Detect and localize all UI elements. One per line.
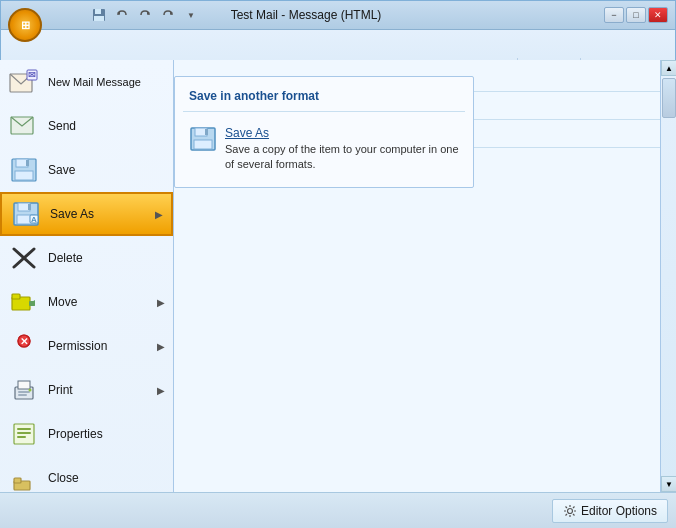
close-icon [8,462,40,494]
svg-text:A: A [31,215,37,224]
gear-icon [563,504,577,518]
minimize-btn[interactable]: − [604,7,624,23]
svg-rect-3 [95,9,101,14]
menu-overlay: ✉ New Mail Message Send [0,30,676,528]
svg-rect-41 [17,436,26,438]
save-quick-btn[interactable] [88,4,110,26]
svg-rect-29 [29,301,35,306]
permission-icon: ✕ [8,330,40,362]
properties-icon [8,418,40,450]
menu-item-save-as[interactable]: A Save As ▶ [0,192,173,236]
permission-arrow: ▶ [157,341,165,352]
quick-access-toolbar: ▼ [48,0,202,30]
svg-rect-46 [194,140,212,149]
send-icon [8,110,40,142]
main-container: ? ABC ✓ Spelling ▾ Proofing [0,30,676,528]
save-as-content: Save As Save a copy of the item to your … [225,126,459,173]
permission-label: Permission [48,339,157,353]
send-label: Send [48,119,165,133]
svg-rect-22 [28,204,31,210]
editor-options-label: Editor Options [581,504,657,518]
redo-btn[interactable] [134,4,156,26]
submenu-title: Save in another format [183,85,465,112]
svg-point-37 [29,389,32,392]
svg-text:✉: ✉ [28,70,36,80]
close-label: Close [48,471,165,485]
properties-label: Properties [48,427,165,441]
save-as-title: Save As [225,126,459,140]
svg-rect-18 [26,160,29,166]
save-label: Save [48,163,165,177]
menu-item-send[interactable]: Send [0,104,173,148]
svg-rect-28 [12,294,20,299]
status-bar: Editor Options [0,492,676,528]
delete-label: Delete [48,251,165,265]
svg-rect-43 [14,478,21,483]
menu-item-save[interactable]: Save [0,148,173,192]
menu-item-properties[interactable]: Properties [0,412,173,456]
svg-rect-40 [17,432,31,434]
save-as-description: Save a copy of the item to your computer… [225,142,459,173]
save-icon [8,154,40,186]
svg-rect-4 [94,16,104,21]
menu-item-permission[interactable]: ✕ Permission ▶ [0,324,173,368]
menu-item-delete[interactable]: Delete [0,236,173,280]
print-arrow: ▶ [157,385,165,396]
menu-item-print[interactable]: Print ▶ [0,368,173,412]
submenu-save-as[interactable]: Save As Save a copy of the item to your … [183,120,465,179]
svg-rect-17 [15,171,33,180]
maximize-btn[interactable]: □ [626,7,646,23]
menu-item-new-mail[interactable]: ✉ New Mail Message [0,60,173,104]
move-icon [8,286,40,318]
svg-rect-36 [18,381,30,389]
editor-options-btn[interactable]: Editor Options [552,499,668,523]
save-as-icon: A [10,198,42,230]
svg-rect-47 [205,129,208,135]
save-as-label: Save As [50,207,155,221]
window-controls: − □ ✕ [604,7,668,23]
close-btn[interactable]: ✕ [648,7,668,23]
scroll-thumb[interactable] [662,78,676,118]
svg-text:✕: ✕ [20,336,28,347]
print-icon [8,374,40,406]
delete-icon [8,242,40,274]
undo-btn[interactable] [111,4,133,26]
save-as-submenu-icon [189,126,217,154]
more-btn[interactable]: ▼ [180,4,202,26]
svg-rect-35 [18,394,27,396]
move-arrow: ▶ [157,297,165,308]
scrollbar: ▲ ▼ [660,60,676,492]
svg-rect-34 [18,391,30,393]
new-mail-label: New Mail Message [48,75,165,89]
submenu-panel: Save in another format Save As Save a co… [174,76,474,188]
move-label: Move [48,295,157,309]
save-as-arrow: ▶ [155,209,163,220]
menu-panel: ✉ New Mail Message Send [0,60,174,528]
print-label: Print [48,383,157,397]
title-bar: ⊞ ▼ [0,0,676,30]
scroll-down-btn[interactable]: ▼ [661,476,676,492]
new-mail-icon: ✉ [8,66,40,98]
svg-point-48 [567,508,572,513]
forward-btn[interactable] [157,4,179,26]
scroll-up-btn[interactable]: ▲ [661,60,676,76]
svg-rect-39 [17,428,31,430]
menu-item-move[interactable]: Move ▶ [0,280,173,324]
